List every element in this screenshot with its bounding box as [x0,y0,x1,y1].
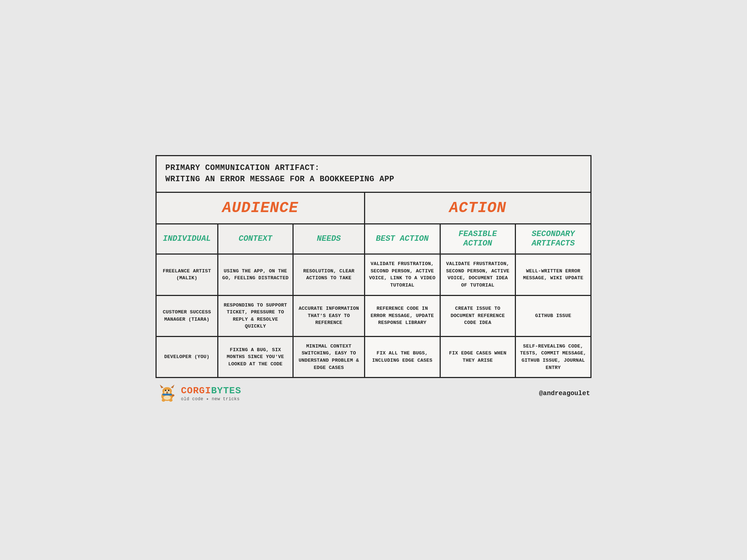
col-header-needs: NEEDS [293,224,364,254]
svg-point-11 [163,395,171,400]
header-cell: PRIMARY COMMUNICATION ARTIFACT: WRITING … [156,155,591,192]
section-header-row: AUDIENCE ACTION [156,192,591,224]
row1-best-action: VALIDATE FRUSTRATION, SECOND PERSON, ACT… [364,254,440,295]
table-row: CUSTOMER SUCCESS MANAGER (TIARA) RESPOND… [156,295,591,336]
table-row: DEVELOPER (YOU) FIXING A BUG, SIX MONTHS… [156,336,591,377]
audience-section-header: AUDIENCE [156,192,365,224]
page-wrapper: PRIMARY COMMUNICATION ARTIFACT: WRITING … [156,155,591,405]
row3-best-action: FIX ALL THE BUGS, INCLUDING EDGE CASES [364,336,440,377]
row2-individual: CUSTOMER SUCCESS MANAGER (TIARA) [156,295,218,336]
row2-needs: ACCURATE INFORMATION THAT'S EASY TO REFE… [293,295,364,336]
main-table: PRIMARY COMMUNICATION ARTIFACT: WRITING … [156,155,591,378]
row1-needs: RESOLUTION, CLEAR ACTIONS TO TAKE [293,254,364,295]
col-header-row: INDIVIDUAL CONTEXT NEEDS BEST ACTION FEA… [156,224,591,254]
row3-context: FIXING A BUG, SIX MONTHS SINCE YOU'VE LO… [218,336,293,377]
logo-name: CORGIBYTES [181,385,241,396]
col-header-feasible-action: FEASIBLE ACTION [440,224,516,254]
svg-marker-3 [171,385,174,388]
action-label: ACTION [449,199,506,217]
row2-secondary-artifacts: GITHUB ISSUE [516,295,591,336]
svg-rect-12 [162,394,172,395]
row3-needs: MINIMAL CONTEXT SWITCHING, EASY TO UNDER… [293,336,364,377]
row1-secondary-artifacts: WELL-WRITTEN ERROR MESSAGE, WIKI UPDATE [516,254,591,295]
row2-best-action: REFERENCE CODE IN ERROR MESSAGE, UPDATE … [364,295,440,336]
logo-area: CORGIBYTES old code ✦ new tricks [157,383,241,403]
social-handle: @andreagoulet [539,390,590,397]
logo-tagline: old code ✦ new tricks [181,396,241,402]
audience-label: AUDIENCE [222,199,299,217]
footer: CORGIBYTES old code ✦ new tricks @andrea… [156,378,591,405]
row1-individual: FREELANCE ARTIST (MALIK) [156,254,218,295]
row2-context: RESPONDING TO SUPPORT TICKET, PRESSURE T… [218,295,293,336]
row1-feasible-action: VALIDATE FRUSTRATION, SECOND PERSON, ACT… [440,254,516,295]
header-title: PRIMARY COMMUNICATION ARTIFACT: WRITING … [165,163,582,185]
row1-context: USING THE APP, ON THE GO, FEELING DISTRA… [218,254,293,295]
row2-feasible-action: CREATE ISSUE TO DOCUMENT REFERENCE CODE … [440,295,516,336]
col-header-context: CONTEXT [218,224,293,254]
col-header-best-action: BEST ACTION [364,224,440,254]
logo-text-block: CORGIBYTES old code ✦ new tricks [181,385,241,402]
row3-secondary-artifacts: SELF-REVEALING CODE, TESTS, COMMIT MESSA… [516,336,591,377]
header-row: PRIMARY COMMUNICATION ARTIFACT: WRITING … [156,155,591,192]
corgi-icon [157,383,177,403]
row3-individual: DEVELOPER (YOU) [156,336,218,377]
svg-point-7 [166,392,168,393]
col-header-secondary-artifacts: SECONDARY ARTIFACTS [516,224,591,254]
svg-marker-2 [160,385,163,388]
row3-feasible-action: FIX EDGE CASES WHEN THEY ARISE [440,336,516,377]
table-row: FREELANCE ARTIST (MALIK) USING THE APP, … [156,254,591,295]
svg-point-6 [168,390,169,391]
col-header-individual: INDIVIDUAL [156,224,218,254]
action-section-header: ACTION [364,192,591,224]
svg-point-5 [165,390,166,391]
